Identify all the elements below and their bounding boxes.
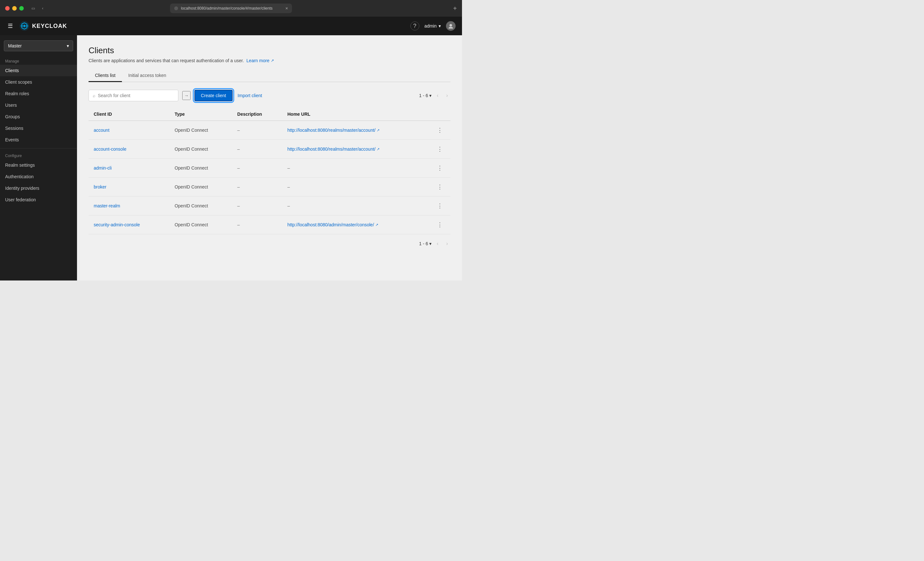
client-id-cell: master-realm	[88, 196, 170, 215]
sidebar-item-authentication[interactable]: Authentication	[0, 171, 77, 183]
pagination-prev-button-bottom[interactable]: ‹	[434, 239, 441, 248]
avatar[interactable]	[446, 21, 456, 31]
sidebar-item-clients[interactable]: Clients	[0, 65, 77, 76]
client-type-cell: OpenID Connect	[170, 196, 232, 215]
create-client-button[interactable]: Create client	[194, 90, 232, 101]
col-description: Description	[232, 108, 282, 121]
sidebar-item-client-scopes[interactable]: Client scopes	[0, 76, 77, 88]
sidebar-item-groups[interactable]: Groups	[0, 111, 77, 123]
avatar-icon	[448, 23, 454, 29]
client-id-link[interactable]: account-console	[94, 147, 126, 152]
client-id-link[interactable]: broker	[94, 184, 106, 190]
home-url-link[interactable]: http://localhost:8080/realms/master/acco…	[288, 147, 424, 152]
pagination-dropdown-icon[interactable]: ▾	[429, 93, 432, 98]
tab-label: Clients list	[95, 73, 116, 78]
col-client-id: Client ID	[88, 108, 170, 121]
search-wrapper: ⌕	[88, 90, 178, 101]
import-client-button[interactable]: Import client	[237, 90, 263, 101]
client-actions-cell: ⋮	[429, 196, 450, 215]
page-title: Clients	[88, 45, 450, 55]
sidebar-item-user-federation[interactable]: User federation	[0, 194, 77, 205]
sidebar-item-users[interactable]: Users	[0, 99, 77, 111]
search-input[interactable]	[98, 93, 174, 98]
client-home-url-cell: http://localhost:8080/realms/master/acco…	[282, 121, 429, 140]
page-header: Clients Clients are applications and ser…	[88, 45, 450, 63]
tab-initial-access-token[interactable]: Initial access token	[122, 70, 172, 82]
row-actions-menu-button[interactable]: ⋮	[434, 220, 446, 229]
realm-name: Master	[8, 43, 22, 48]
pagination-next-button-bottom[interactable]: ›	[444, 239, 450, 248]
client-id-link[interactable]: admin-cli	[94, 165, 112, 171]
sidebar-item-label: Identity providers	[5, 186, 39, 191]
pagination-next-button-top[interactable]: ›	[444, 91, 450, 100]
home-url-link[interactable]: http://localhost:8080/admin/master/conso…	[288, 222, 424, 227]
table-header: Client ID Type Description Home URL	[88, 108, 450, 121]
sidebar-item-realm-roles[interactable]: Realm roles	[0, 88, 77, 99]
client-description-cell: –	[232, 140, 282, 159]
window-controls: ▭ ‹	[30, 6, 45, 11]
col-actions	[429, 108, 450, 121]
external-link-icon: ↗	[376, 147, 380, 151]
main-container: Master ▾ Manage Clients Client scopes Re…	[0, 35, 462, 280]
user-menu[interactable]: admin ▾	[424, 23, 441, 28]
back-button[interactable]: ‹	[40, 6, 45, 11]
pagination-label-bottom: 1 - 6	[419, 241, 428, 246]
realm-dropdown-icon: ▾	[67, 43, 69, 48]
client-id-link[interactable]: account	[94, 127, 110, 133]
sidebar-item-sessions[interactable]: Sessions	[0, 123, 77, 134]
client-id-link[interactable]: security-admin-console	[94, 222, 140, 227]
sidebar-item-label: Groups	[5, 114, 20, 119]
client-id-link[interactable]: master-realm	[94, 203, 120, 208]
row-actions-menu-button[interactable]: ⋮	[434, 201, 446, 211]
external-link-icon: ↗	[375, 223, 378, 227]
search-submit-button[interactable]: →	[182, 91, 190, 100]
pagination-info-top: 1 - 6 ▾	[419, 93, 432, 98]
home-url-link[interactable]: http://localhost:8080/realms/master/acco…	[288, 127, 424, 133]
row-actions-menu-button[interactable]: ⋮	[434, 163, 446, 173]
client-actions-cell: ⋮	[429, 178, 450, 196]
sidebar-item-realm-settings[interactable]: Realm settings	[0, 159, 77, 171]
sidebar-item-label: Authentication	[5, 174, 34, 179]
client-actions-cell: ⋮	[429, 159, 450, 178]
realm-selector[interactable]: Master ▾	[4, 40, 73, 51]
tab-clients-list[interactable]: Clients list	[88, 70, 122, 82]
external-link-icon: ↗	[376, 128, 380, 132]
col-home-url: Home URL	[282, 108, 429, 121]
logo-text: KEYCLOAK	[32, 23, 67, 30]
maximize-window-button[interactable]	[19, 6, 24, 10]
sidebar-toggle-button[interactable]: ▭	[30, 6, 36, 11]
manage-section-label: Manage	[0, 57, 77, 65]
client-home-url-cell: http://localhost:8080/admin/master/conso…	[282, 215, 429, 234]
row-actions-menu-button[interactable]: ⋮	[434, 182, 446, 192]
minimize-window-button[interactable]	[12, 6, 16, 10]
row-actions-menu-button[interactable]: ⋮	[434, 125, 446, 135]
new-tab-button[interactable]: +	[453, 5, 457, 12]
client-description-cell: –	[232, 121, 282, 140]
pagination-dropdown-icon-bottom[interactable]: ▾	[429, 241, 432, 246]
tabs-container: Clients list Initial access token	[88, 70, 450, 82]
col-type: Type	[170, 108, 232, 121]
sidebar-item-events[interactable]: Events	[0, 134, 77, 145]
row-actions-menu-button[interactable]: ⋮	[434, 144, 446, 154]
client-id-cell: account	[88, 121, 170, 140]
pagination-prev-button-top[interactable]: ‹	[434, 91, 441, 100]
client-home-url-cell: –	[282, 159, 429, 178]
traffic-lights	[5, 6, 24, 10]
client-type-cell: OpenID Connect	[170, 215, 232, 234]
navbar-right: ? admin ▾	[410, 21, 456, 31]
learn-more-link[interactable]: Learn more ↗	[246, 58, 274, 63]
reload-icon[interactable]: ✕	[285, 6, 288, 10]
navbar: ☰ KEYCLOAK ? admin ▾	[0, 16, 462, 35]
sidebar-item-identity-providers[interactable]: Identity providers	[0, 183, 77, 194]
svg-point-0	[174, 6, 178, 10]
address-bar[interactable]: localhost:8080/admin/master/console/#/ma…	[170, 3, 292, 13]
close-window-button[interactable]	[5, 6, 10, 10]
learn-more-text: Learn more	[246, 58, 270, 63]
hamburger-menu-button[interactable]: ☰	[6, 21, 14, 31]
client-actions-cell: ⋮	[429, 140, 450, 159]
main-content: Clients Clients are applications and ser…	[77, 35, 462, 280]
sidebar-item-label: User federation	[5, 197, 36, 202]
help-button[interactable]: ?	[410, 21, 419, 30]
table-row: security-admin-consoleOpenID Connect–htt…	[88, 215, 450, 234]
table-row: master-realmOpenID Connect––⋮	[88, 196, 450, 215]
